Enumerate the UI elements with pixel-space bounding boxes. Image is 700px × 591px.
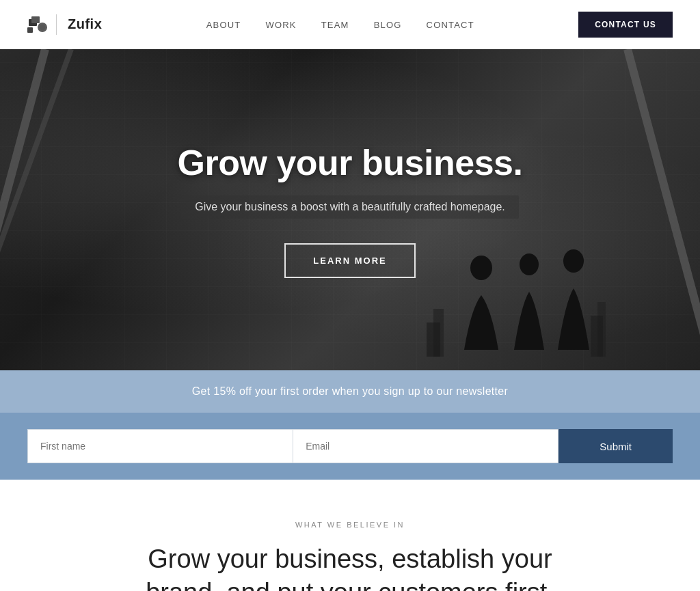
newsletter-submit-button[interactable]: Submit bbox=[558, 429, 673, 463]
nav-item-contact[interactable]: CONTACT bbox=[427, 20, 474, 30]
newsletter-promo-bar: Get 15% off your first order when you si… bbox=[0, 370, 700, 413]
hero-learn-more-button[interactable]: LEARN MORE bbox=[284, 243, 415, 278]
beliefs-title: Grow your business, establish your brand… bbox=[145, 542, 555, 591]
contact-us-button[interactable]: CONTACT US bbox=[578, 12, 673, 38]
nav-item-about[interactable]: ABOUT bbox=[206, 20, 241, 30]
nav-item-team[interactable]: TEAM bbox=[321, 20, 349, 30]
hero-subtitle: Give your business a boost with a beauti… bbox=[181, 195, 519, 219]
brand-icon bbox=[27, 14, 49, 36]
first-name-input[interactable] bbox=[27, 429, 293, 463]
nav-links: ABOUT WORK TEAM BLOG CONTACT bbox=[206, 18, 474, 31]
email-input[interactable] bbox=[293, 429, 558, 463]
brand-divider bbox=[56, 14, 57, 35]
nav-item-blog[interactable]: BLOG bbox=[374, 20, 402, 30]
svg-rect-1 bbox=[31, 16, 40, 23]
beliefs-section: WHAT WE BELIEVE IN Grow your business, e… bbox=[0, 480, 700, 591]
hero-content: Grow your business. Give your business a… bbox=[0, 49, 700, 370]
newsletter-form: Submit bbox=[0, 413, 700, 480]
svg-rect-4 bbox=[27, 27, 33, 33]
hero-section: Grow your business. Give your business a… bbox=[0, 49, 700, 370]
brand-name: Zufix bbox=[68, 16, 102, 32]
navbar: Zufix ABOUT WORK TEAM BLOG CONTACT CONTA… bbox=[0, 0, 700, 49]
newsletter-promo-text: Get 15% off your first order when you si… bbox=[192, 385, 508, 397]
newsletter-section: Get 15% off your first order when you si… bbox=[0, 370, 700, 480]
brand: Zufix bbox=[27, 14, 102, 36]
svg-point-3 bbox=[40, 25, 45, 30]
beliefs-label: WHAT WE BELIEVE IN bbox=[27, 521, 673, 529]
hero-title: Grow your business. bbox=[178, 142, 523, 183]
nav-item-work[interactable]: WORK bbox=[265, 20, 296, 30]
